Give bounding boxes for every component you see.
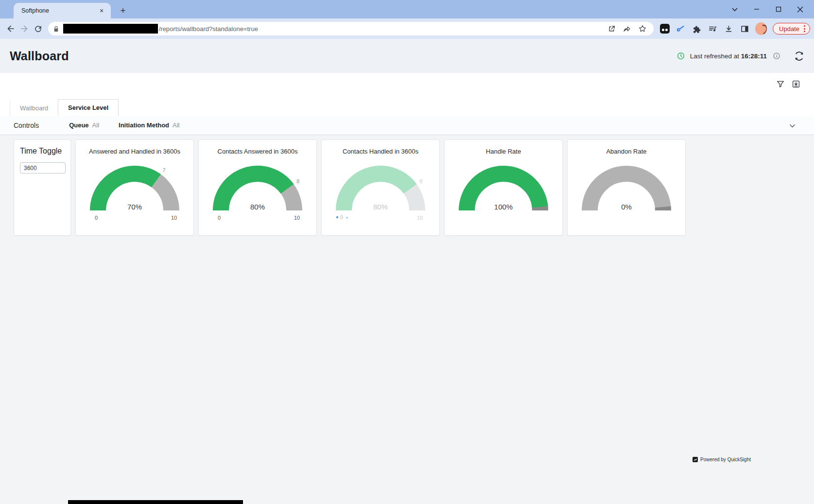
gauge-card: Contacts Handled in 3600s80%0108 [321,139,440,236]
downloads-icon[interactable] [724,23,734,34]
tab-wallboard[interactable]: Wallboard [10,100,58,116]
gauge-value: 80% [250,203,265,211]
timer-icon [676,52,685,60]
gauge-title: Handle Rate [486,148,521,155]
gauge-card: Answered and Handled in 3600s70%0107 [75,139,194,236]
gauge-chart: 80%0108 [202,158,313,222]
gauge-chart: 70%0107 [79,158,191,222]
filter-initiation-method[interactable]: Initiation Method All [119,122,179,129]
time-toggle-card: Time Toggle [14,139,71,236]
url-redacted [63,24,158,34]
refresh-icon[interactable] [794,51,804,61]
gauge-card: Contacts Answered in 3600s80%0108 [198,139,317,236]
time-toggle-input[interactable] [20,162,66,174]
last-refreshed-text: Last refreshed at 16:28:11 [690,52,767,60]
page-content: Wallboard Last refreshed at 16:28:11 [0,39,814,504]
tab-search-icon[interactable] [724,0,745,18]
gauge-axis-max: 10 [294,215,300,221]
gauge-value: 80% [373,203,388,211]
filter-queue[interactable]: Queue All [69,122,99,129]
page-header: Wallboard Last refreshed at 16:28:11 [0,39,814,73]
cards-row: Time Toggle Answered and Handled in 3600… [14,139,814,236]
gauge-card: Handle Rate100% [444,139,563,236]
powered-by-badge: Powered by QuickSight [693,457,751,462]
new-tab-button[interactable]: + [117,4,129,17]
info-icon[interactable] [773,52,780,60]
gauge-threshold-label: 8 [419,178,422,184]
dashboard-canvas: Time Toggle Answered and Handled in 3600… [0,135,814,504]
forward-icon[interactable] [18,22,31,35]
quicksight-panel: Wallboard Service Level Controls Queue A… [0,73,814,135]
time-toggle-title: Time Toggle [20,147,65,156]
export-icon[interactable] [792,80,800,88]
browser-toolbar: /reports/wallboard?standalone=true [0,18,814,39]
update-label: Update [779,25,799,33]
controls-collapse-chevron-icon[interactable] [788,122,797,132]
share-icon[interactable] [623,24,631,33]
last-refreshed-time: 16:28:11 [741,52,767,60]
gauge-threshold-label: 8 [296,178,299,184]
gauge-title: Contacts Handled in 3600s [343,148,418,155]
gauge-title: Answered and Handled in 3600s [89,148,180,155]
chrome-update-button[interactable]: Update [773,23,810,35]
sheet-tab-bar: Wallboard Service Level [10,99,119,116]
open-in-new-icon[interactable] [607,25,616,33]
powered-by-text: Powered by QuickSight [700,457,751,462]
key-extension-icon[interactable] [675,23,686,34]
gauge-axis-max: 10 [417,215,423,221]
gauge-value: 70% [127,203,142,211]
tab-service-level[interactable]: Service Level [58,99,119,116]
gauge-title: Contacts Answered in 3600s [218,148,298,155]
minimize-button[interactable] [745,0,767,18]
filter-icon[interactable] [776,80,785,88]
close-button[interactable] [789,0,811,18]
gauge-axis-min: 0 [218,215,221,221]
gauge-value: 100% [494,203,513,211]
gauge-axis-min: 0 [95,215,98,221]
back-icon[interactable] [4,22,17,35]
tab-close-icon[interactable]: × [97,6,106,15]
page-title: Wallboard [10,49,69,63]
quicksight-logo-icon [693,457,698,462]
url-path: /reports/wallboard?standalone=true [159,25,607,33]
url-bar[interactable]: /reports/wallboard?standalone=true [48,22,654,35]
menu-kebab-icon[interactable] [802,25,807,32]
browser-window: Softphone × + [0,0,814,504]
browser-titlebar: Softphone × + [0,0,814,18]
queue-list-icon[interactable] [708,23,718,34]
controls-bar: Controls Queue All Initiation Method All [0,116,814,135]
gauge-title: Abandon Rate [606,148,646,155]
bookmark-star-icon[interactable] [638,24,647,33]
gauge-chart: 100% [448,158,559,222]
gauge-card: Abandon Rate0% [567,139,686,236]
extensions-puzzle-icon[interactable] [692,23,702,34]
gauge-axis-min: 0 [340,215,343,220]
browser-tab[interactable]: Softphone × [14,3,111,18]
redaction-bar [68,500,243,504]
controls-label: Controls [14,122,39,129]
browser-tab-title: Softphone [21,7,97,14]
gauge-axis-max: 10 [171,215,177,221]
lock-icon [53,25,59,33]
maximize-button[interactable] [767,0,789,18]
gauge-chart: 0% [571,158,682,222]
reload-icon[interactable] [32,22,44,35]
side-panel-icon[interactable] [740,23,750,34]
profile-avatar[interactable] [755,22,767,35]
gauge-chart: 80%0108 [325,158,436,222]
dark-extension-icon[interactable] [659,23,670,34]
gauge-threshold-label: 7 [162,167,165,173]
gauge-value: 0% [621,203,632,211]
